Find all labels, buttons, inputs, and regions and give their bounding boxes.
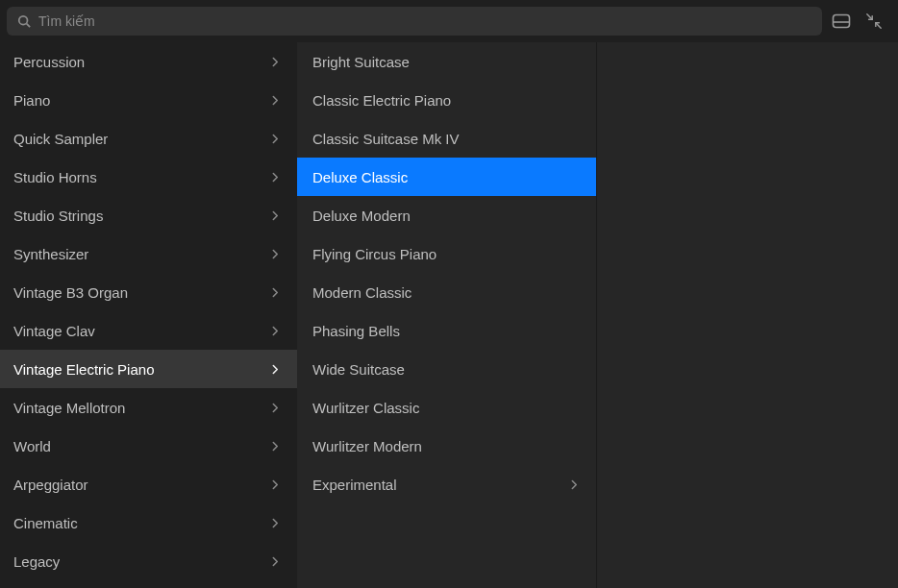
preset-item-modern-classic[interactable]: Modern Classic — [297, 273, 596, 311]
preset-item-label: Deluxe Classic — [312, 169, 408, 185]
preset-item-label: Wurlitzer Classic — [312, 400, 419, 416]
category-item-label: Studio Strings — [13, 208, 103, 224]
category-item-vintage-clav[interactable]: Vintage Clav — [0, 311, 297, 350]
chevron-right-icon — [272, 479, 282, 489]
chevron-right-icon — [272, 364, 282, 374]
chevron-right-icon — [272, 518, 282, 527]
preset-item-classic-electric-piano[interactable]: Classic Electric Piano — [297, 81, 596, 119]
category-item-label: Percussion — [13, 54, 85, 70]
category-item-label: Vintage Clav — [13, 323, 95, 339]
preset-item-flying-circus-piano[interactable]: Flying Circus Piano — [297, 234, 596, 273]
chevron-right-icon — [272, 403, 282, 412]
chevron-right-icon — [272, 326, 282, 335]
category-item-label: Cinematic — [13, 515, 78, 531]
category-item-label: Synthesizer — [13, 246, 88, 262]
chevron-right-icon — [272, 556, 282, 566]
category-item-quick-sampler[interactable]: Quick Sampler — [0, 119, 297, 158]
category-item-vintage-electric-piano[interactable]: Vintage Electric Piano — [0, 350, 297, 388]
preset-item-wurlitzer-modern[interactable]: Wurlitzer Modern — [297, 427, 596, 465]
preset-item-label: Classic Suitcase Mk IV — [312, 131, 460, 147]
preset-item-wurlitzer-classic[interactable]: Wurlitzer Classic — [297, 388, 596, 427]
preset-item-label: Deluxe Modern — [312, 208, 411, 224]
svg-rect-2 — [834, 15, 850, 28]
category-item-label: Piano — [13, 92, 50, 109]
preset-column: Bright SuitcaseClassic Electric PianoCla… — [297, 42, 596, 588]
chevron-right-icon — [272, 57, 282, 66]
preset-item-label: Flying Circus Piano — [312, 246, 437, 262]
preset-item-label: Experimental — [312, 477, 397, 493]
chevron-right-icon — [272, 210, 282, 220]
search-input[interactable] — [38, 13, 812, 29]
category-item-piano[interactable]: Piano — [0, 81, 297, 119]
category-item-label: Legacy — [13, 553, 60, 570]
svg-line-5 — [876, 23, 881, 28]
category-item-label: Vintage Mellotron — [13, 400, 125, 416]
chevron-right-icon — [272, 172, 282, 182]
category-item-vintage-mellotron[interactable]: Vintage Mellotron — [0, 388, 297, 427]
chevron-right-icon — [272, 249, 282, 258]
svg-line-1 — [26, 24, 30, 28]
preset-item-deluxe-modern[interactable]: Deluxe Modern — [297, 196, 596, 234]
category-item-label: Vintage B3 Organ — [13, 284, 128, 301]
preset-item-label: Wurlitzer Modern — [312, 438, 422, 454]
category-item-label: Vintage Electric Piano — [13, 361, 154, 378]
toolbar-icons — [832, 12, 891, 31]
svg-point-0 — [18, 16, 27, 25]
category-item-percussion[interactable]: Percussion — [0, 42, 297, 81]
category-item-legacy[interactable]: Legacy — [0, 542, 297, 580]
category-item-studio-horns[interactable]: Studio Horns — [0, 158, 297, 196]
search-container[interactable] — [7, 7, 822, 36]
category-item-label: Studio Horns — [13, 169, 97, 185]
preset-item-phasing-bells[interactable]: Phasing Bells — [297, 311, 596, 350]
chevron-right-icon — [272, 441, 282, 451]
chevron-right-icon — [571, 479, 581, 489]
category-item-cinematic[interactable]: Cinematic — [0, 503, 297, 542]
top-bar — [0, 0, 898, 42]
category-column: PercussionPianoQuick SamplerStudio Horns… — [0, 42, 297, 588]
category-item-label: World — [13, 438, 51, 454]
preset-item-label: Bright Suitcase — [312, 54, 410, 70]
panel-icon[interactable] — [832, 12, 851, 31]
detail-column — [596, 42, 898, 588]
preset-item-label: Classic Electric Piano — [312, 92, 451, 109]
chevron-right-icon — [272, 134, 282, 143]
svg-line-4 — [867, 14, 872, 19]
collapse-icon[interactable] — [864, 12, 884, 31]
preset-item-experimental[interactable]: Experimental — [297, 465, 596, 503]
category-item-world[interactable]: World — [0, 427, 297, 465]
category-item-synthesizer[interactable]: Synthesizer — [0, 234, 297, 273]
category-item-label: Arpeggiator — [13, 477, 88, 493]
category-item-studio-strings[interactable]: Studio Strings — [0, 196, 297, 234]
preset-item-label: Wide Suitcase — [312, 361, 405, 378]
preset-item-label: Phasing Bells — [312, 323, 400, 339]
category-item-vintage-b3-organ[interactable]: Vintage B3 Organ — [0, 273, 297, 311]
category-item-arpeggiator[interactable]: Arpeggiator — [0, 465, 297, 503]
chevron-right-icon — [272, 95, 282, 105]
preset-item-wide-suitcase[interactable]: Wide Suitcase — [297, 350, 596, 388]
preset-item-bright-suitcase[interactable]: Bright Suitcase — [297, 42, 596, 81]
preset-item-deluxe-classic[interactable]: Deluxe Classic — [297, 158, 596, 196]
columns-container: PercussionPianoQuick SamplerStudio Horns… — [0, 42, 898, 588]
category-item-label: Quick Sampler — [13, 131, 108, 147]
search-icon — [16, 14, 31, 29]
preset-item-classic-suitcase-mk-iv[interactable]: Classic Suitcase Mk IV — [297, 119, 596, 158]
preset-item-label: Modern Classic — [312, 284, 412, 301]
chevron-right-icon — [272, 287, 282, 297]
